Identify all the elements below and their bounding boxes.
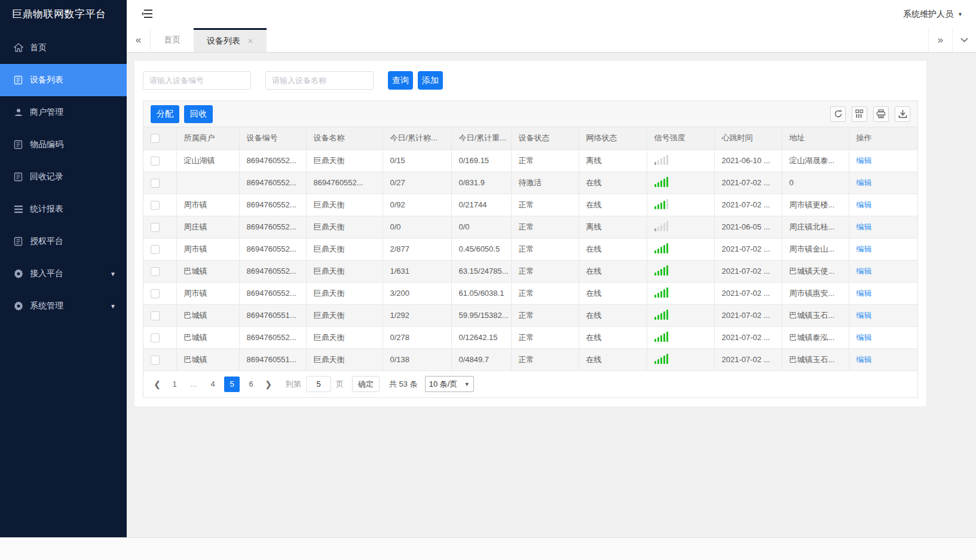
- edit-link[interactable]: 编辑: [856, 355, 872, 364]
- cell-device-name: 巨鼎天衡: [306, 304, 383, 326]
- close-icon[interactable]: ✕: [247, 37, 253, 45]
- row-checkbox[interactable]: [151, 223, 160, 232]
- doc-icon: [13, 140, 23, 150]
- sidebar-item-2[interactable]: 商户管理: [0, 96, 127, 128]
- cell-network-status: 离线: [579, 216, 647, 238]
- cell-merchant: 巴城镇: [176, 326, 239, 348]
- download-icon[interactable]: [895, 106, 910, 122]
- cell-device-status: 正常: [511, 194, 579, 216]
- table-row: 巴城镇8694760552...巨鼎天衡1/63163.15/24785...正…: [143, 260, 917, 282]
- edit-link[interactable]: 编辑: [856, 311, 872, 320]
- sidebar-item-0[interactable]: 首页: [0, 32, 127, 64]
- next-page-button[interactable]: ❯: [261, 377, 276, 392]
- cell-today-weight: 59.95/15382...: [451, 304, 511, 326]
- row-checkbox[interactable]: [151, 333, 160, 342]
- cell-network-status: 在线: [579, 304, 647, 326]
- goto-label: 到第: [286, 379, 301, 390]
- printer-icon[interactable]: [873, 106, 889, 122]
- device-table: 所属商户设备编号设备名称今日/累计称...今日/累计重...设备状态网络状态信号…: [143, 127, 917, 371]
- cell-device-no: 8694760552...: [239, 216, 306, 238]
- sidebar-item-3[interactable]: 物品编码: [0, 128, 127, 161]
- cell-network-status: 在线: [579, 348, 647, 371]
- page-size-select[interactable]: 10 条/页 ▼: [425, 376, 474, 392]
- sidebar-item-7[interactable]: 接入平台▼: [0, 258, 127, 290]
- table-row: 周市镇8694760552...巨鼎天衡0/920/21744正常在线2021-…: [143, 194, 917, 216]
- assign-button[interactable]: 分配: [151, 105, 179, 123]
- cell-device-no: 8694760552...: [239, 326, 306, 348]
- tabs-menu-button[interactable]: [952, 28, 976, 52]
- user-menu[interactable]: 系统维护人员 ▼: [903, 0, 963, 28]
- page-button-6[interactable]: 6: [243, 377, 259, 392]
- tabs: 首页设备列表✕: [151, 28, 928, 52]
- edit-link[interactable]: 编辑: [856, 244, 872, 253]
- edit-link[interactable]: 编辑: [856, 200, 872, 209]
- recycle-button[interactable]: 回收: [184, 105, 213, 123]
- sidebar-item-1[interactable]: 设备列表: [0, 64, 127, 96]
- search-row: 查询 添加: [143, 71, 918, 90]
- cell-today-weight: 61.05/6038.1: [451, 282, 511, 304]
- sidebar-item-5[interactable]: 统计报表: [0, 193, 127, 225]
- edit-link[interactable]: 编辑: [856, 267, 872, 276]
- tab-0[interactable]: 首页: [151, 28, 194, 52]
- sidebar-item-8[interactable]: 系统管理▼: [0, 290, 127, 322]
- sidebar-item-label: 首页: [30, 42, 47, 53]
- row-checkbox[interactable]: [151, 245, 160, 254]
- row-checkbox[interactable]: [151, 356, 160, 365]
- columns-icon[interactable]: [852, 106, 867, 122]
- cell-heartbeat: 2021-07-02 ...: [714, 326, 782, 348]
- cell-today-weight: 0/21744: [451, 194, 511, 216]
- sidebar-item-label: 接入平台: [30, 268, 63, 279]
- cell-heartbeat: 2021-07-02 ...: [714, 260, 782, 282]
- menu-fold-icon[interactable]: [142, 8, 154, 19]
- column-header-3: 今日/累计称...: [383, 127, 451, 149]
- edit-link[interactable]: 编辑: [856, 289, 872, 298]
- row-checkbox[interactable]: [151, 267, 160, 276]
- page-button-4[interactable]: 4: [205, 377, 221, 392]
- cell-device-name: 巨鼎天衡: [306, 260, 383, 282]
- device-name-input[interactable]: [265, 71, 374, 90]
- row-checkbox[interactable]: [151, 311, 160, 320]
- page-button-5[interactable]: 5: [224, 377, 240, 392]
- gear-icon: [13, 301, 23, 311]
- page-buttons: 1...456: [165, 377, 261, 392]
- sidebar-item-4[interactable]: 回收记录: [0, 161, 127, 193]
- row-checkbox[interactable]: [151, 179, 160, 188]
- cell-heartbeat: 2021-07-02 ...: [714, 172, 782, 194]
- tab-1[interactable]: 设备列表✕: [194, 28, 267, 52]
- cell-device-name: 8694760552...: [306, 172, 383, 194]
- cell-device-name: 巨鼎天衡: [306, 238, 383, 260]
- page-button-1[interactable]: 1: [167, 377, 182, 392]
- row-checkbox[interactable]: [151, 201, 160, 210]
- cell-device-no: 8694760552...: [239, 238, 306, 260]
- sidebar-item-6[interactable]: 授权平台: [0, 225, 127, 258]
- tabs-scroll-right-button[interactable]: »: [928, 28, 952, 52]
- sidebar-menu: 首页设备列表商户管理物品编码回收记录统计报表授权平台接入平台▼系统管理▼: [0, 32, 127, 322]
- device-grid: 分配 回收 所属商户设备编号设备名称今日/累计称...今日/累计重...设备状态…: [143, 100, 918, 398]
- cell-address: 周市镇惠安...: [782, 282, 849, 304]
- cell-merchant: [176, 172, 239, 194]
- doc-icon: [13, 237, 23, 247]
- confirm-button[interactable]: 确定: [352, 376, 380, 392]
- row-checkbox[interactable]: [151, 289, 160, 298]
- refresh-icon[interactable]: [830, 106, 846, 122]
- cell-merchant: 巴城镇: [176, 304, 239, 326]
- row-checkbox[interactable]: [151, 157, 160, 166]
- prev-page-button[interactable]: ❮: [149, 377, 165, 392]
- tabs-scroll-left-button[interactable]: «: [127, 28, 151, 52]
- cell-today-weight: 0/4849.7: [451, 348, 511, 371]
- app-title: 巨鼎物联网数字平台: [0, 0, 127, 28]
- table-header-row: 所属商户设备编号设备名称今日/累计称...今日/累计重...设备状态网络状态信号…: [143, 127, 917, 149]
- add-button[interactable]: 添加: [418, 71, 443, 90]
- lines-icon: [13, 204, 23, 215]
- goto-page-input[interactable]: [306, 376, 331, 392]
- select-all-checkbox[interactable]: [151, 134, 160, 143]
- edit-link[interactable]: 编辑: [856, 178, 872, 187]
- edit-link[interactable]: 编辑: [856, 156, 872, 165]
- tab-bar: « 首页设备列表✕ »: [127, 28, 976, 53]
- edit-link[interactable]: 编辑: [856, 333, 872, 342]
- query-button[interactable]: 查询: [388, 71, 413, 90]
- device-no-input[interactable]: [143, 71, 251, 90]
- edit-link[interactable]: 编辑: [856, 222, 872, 231]
- sidebar-item-label: 系统管理: [30, 301, 63, 311]
- cell-device-no: 8694760552...: [239, 260, 306, 282]
